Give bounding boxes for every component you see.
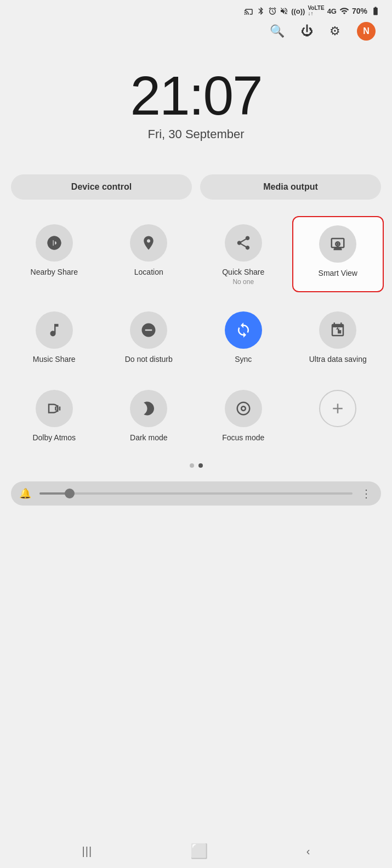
wifi-call-icon: ((o)) <box>291 7 305 15</box>
svg-rect-1 <box>57 405 59 412</box>
volume-more-button[interactable]: ⋮ <box>361 487 373 500</box>
music-share-icon <box>46 322 63 338</box>
tile-do-not-disturb[interactable]: Do not disturb <box>103 303 195 371</box>
tile-focus-mode[interactable]: Focus mode <box>197 382 289 449</box>
device-control-button[interactable]: Device control <box>11 174 192 200</box>
page-dots <box>0 455 392 479</box>
dark-mode-icon-wrap <box>130 390 167 427</box>
svg-rect-2 <box>59 407 61 411</box>
tiles-row-1: Nearby Share Location Quick Share No one <box>0 211 392 298</box>
dolby-icon-wrap <box>36 390 73 427</box>
location-pin-icon <box>140 235 157 251</box>
music-share-icon-wrap <box>36 311 73 349</box>
notification-button[interactable]: N <box>357 22 376 41</box>
search-button[interactable]: 🔍 <box>270 24 285 38</box>
volume-slider[interactable] <box>39 492 353 495</box>
dnd-icon <box>140 322 157 338</box>
status-bar: ((o)) VoLTE↓↑ 4G 70% <box>0 0 392 19</box>
volume-icon: 🔔 <box>19 487 31 500</box>
volume-knob[interactable] <box>65 489 75 498</box>
media-output-button[interactable]: Media output <box>200 174 381 200</box>
volume-bar[interactable]: 🔔 ⋮ <box>11 481 381 506</box>
music-share-label: Music Share <box>33 354 76 364</box>
tile-ultra-data[interactable]: Ultra data saving <box>292 303 384 371</box>
tile-location[interactable]: Location <box>103 216 195 292</box>
signal-icon <box>339 6 349 16</box>
status-icons: ((o)) VoLTE↓↑ 4G 70% <box>244 5 381 16</box>
focus-mode-icon-wrap <box>225 390 262 427</box>
smart-view-icon-wrap <box>319 225 356 263</box>
dolby-icon <box>46 400 63 417</box>
nearby-share-icon-wrap <box>36 224 73 262</box>
dolby-label: Dolby Atmos <box>32 433 76 442</box>
dnd-label: Do not disturb <box>125 354 173 364</box>
clock-date: Fri, 30 September <box>11 127 381 141</box>
dark-mode-label: Dark mode <box>130 433 167 442</box>
dot-2 <box>198 463 203 468</box>
quick-share-icon-wrap <box>225 224 262 262</box>
sync-label: Sync <box>235 354 252 364</box>
ultra-data-icon-wrap <box>319 311 356 349</box>
nav-bar: ||| ⬜ ‹ <box>0 835 392 868</box>
quick-share-icon <box>235 235 252 251</box>
smart-view-icon <box>329 236 346 252</box>
tile-music-share[interactable]: Music Share <box>8 303 100 371</box>
tile-sync[interactable]: Sync <box>197 303 289 371</box>
4g-icon: 4G <box>327 7 337 15</box>
dark-mode-icon <box>140 400 157 417</box>
action-bar: 🔍 ⏻ ⚙ N <box>0 19 392 46</box>
tile-add[interactable] <box>292 382 384 449</box>
tile-nearby-share[interactable]: Nearby Share <box>8 216 100 292</box>
clock-section: 21:07 Fri, 30 September <box>0 46 392 174</box>
battery-icon <box>370 6 381 16</box>
add-tile-icon-wrap <box>319 390 356 427</box>
tile-quick-share[interactable]: Quick Share No one <box>197 216 289 292</box>
quick-share-sublabel: No one <box>232 278 254 286</box>
mute-icon <box>280 6 288 16</box>
power-button[interactable]: ⏻ <box>301 24 313 38</box>
ultra-data-label: Ultra data saving <box>309 354 367 364</box>
volte-icon: VoLTE↓↑ <box>308 5 324 16</box>
tiles-row-3: Dolby Atmos Dark mode Focus mode <box>0 376 392 455</box>
svg-rect-0 <box>55 407 56 411</box>
add-icon <box>329 400 346 417</box>
alarm-icon <box>268 6 277 16</box>
focus-mode-icon <box>235 400 252 417</box>
cast-icon <box>244 6 254 16</box>
settings-button[interactable]: ⚙ <box>329 24 340 38</box>
add-label <box>337 433 339 442</box>
tiles-row-2: Music Share Do not disturb Sync Ultra da… <box>0 298 392 376</box>
sync-icon <box>235 322 252 338</box>
tile-dolby-atmos[interactable]: Dolby Atmos <box>8 382 100 449</box>
sync-icon-wrap <box>225 311 262 349</box>
smart-view-label: Smart View <box>319 268 357 278</box>
tile-smart-view[interactable]: Smart View <box>292 216 384 292</box>
focus-mode-label: Focus mode <box>222 433 264 442</box>
clock-time: 21:07 <box>11 68 381 123</box>
bluetooth-icon <box>257 6 265 16</box>
quick-buttons: Device control Media output <box>0 174 392 211</box>
nearby-share-label: Nearby Share <box>31 267 78 277</box>
back-button[interactable]: ‹ <box>306 845 310 858</box>
dnd-icon-wrap <box>130 311 167 349</box>
dot-1 <box>190 463 194 468</box>
home-button[interactable]: ⬜ <box>190 843 208 860</box>
location-icon-wrap <box>130 224 167 262</box>
nearby-share-icon <box>46 235 63 251</box>
ultra-data-icon <box>329 322 346 338</box>
location-label: Location <box>134 267 163 277</box>
tile-dark-mode[interactable]: Dark mode <box>103 382 195 449</box>
battery-percent: 70% <box>352 7 367 15</box>
recents-button[interactable]: ||| <box>82 845 93 858</box>
quick-share-label: Quick Share <box>222 267 264 277</box>
